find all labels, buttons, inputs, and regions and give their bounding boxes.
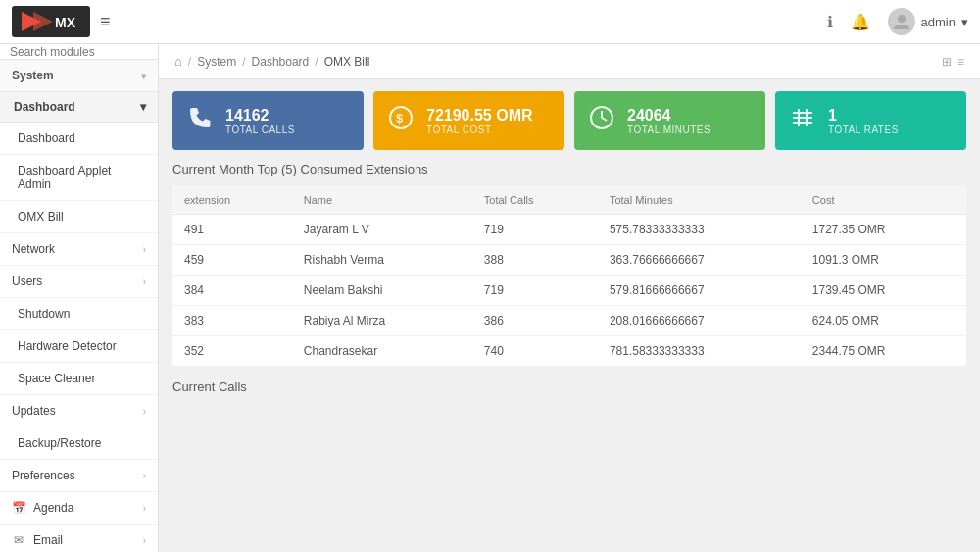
svg-text:MX: MX <box>55 15 76 30</box>
sidebar-preferences-label: Preferences <box>12 469 75 482</box>
chevron-right-icon: › <box>143 503 146 514</box>
cell-total-calls: 388 <box>472 245 598 276</box>
total-calls-number: 14162 <box>225 106 295 125</box>
svg-rect-10 <box>793 112 812 114</box>
breadcrumb-current: OMX Bill <box>324 55 370 69</box>
cell-extension: 384 <box>172 276 292 306</box>
sidebar-item-system[interactable]: System ▾ <box>0 60 158 92</box>
menu-toggle[interactable]: ≡ <box>100 12 111 32</box>
sidebar-item-email[interactable]: ✉ Email › <box>0 525 158 552</box>
sidebar-item-space-cleaner[interactable]: Space Cleaner <box>0 363 158 395</box>
cell-cost: 1091.3 OMR <box>801 245 966 276</box>
admin-label: admin <box>921 15 956 29</box>
phone-icon <box>186 104 214 137</box>
sidebar-item-dashboard-group[interactable]: Dashboard ▾ <box>0 92 158 123</box>
consumed-extensions-title: Current Month Top (5) Consumed Extension… <box>172 162 966 176</box>
cost-icon: $ <box>387 104 415 137</box>
search-bar: 🔍 <box>0 44 158 60</box>
chevron-right-icon: › <box>143 471 146 481</box>
sidebar-item-preferences[interactable]: Preferences › <box>0 460 158 492</box>
agenda-icon: 📅 <box>12 501 25 515</box>
notification-icon[interactable]: 🔔 <box>851 13 870 31</box>
sidebar-item-dashboard-applet-admin[interactable]: Dashboard Applet Admin <box>0 155 158 201</box>
sidebar-item-hardware-detector[interactable]: Hardware Detector <box>0 330 158 363</box>
total-rates-label: TOTAL RATES <box>828 125 899 135</box>
consumed-extensions-table: extension Name Total Calls Total Minutes… <box>172 186 966 366</box>
clock-icon <box>588 104 615 137</box>
dropdown-arrow: ▾ <box>961 15 968 29</box>
breadcrumb-actions: ⊞ ≡ <box>942 55 964 69</box>
sidebar-item-users[interactable]: Users › <box>0 266 158 298</box>
chevron-right-icon: › <box>143 244 146 255</box>
sidebar-item-dashboard[interactable]: Dashboard <box>0 123 158 155</box>
stat-card-total-cost-text: 72190.55 OMR TOTAL COST <box>426 106 533 135</box>
cell-total-minutes: 781.58333333333 <box>598 336 801 367</box>
email-icon: ✉ <box>12 533 25 547</box>
topbar-left: MX ≡ <box>12 6 111 37</box>
stat-cards: 14162 TOTAL CALLS $ 72190.55 OMR TOTAL C… <box>159 79 980 162</box>
avatar <box>888 8 915 35</box>
chevron-down-icon: ▾ <box>141 71 146 81</box>
stat-card-total-calls: 14162 TOTAL CALLS <box>172 91 364 150</box>
sidebar-item-shutdown[interactable]: Shutdown <box>0 298 158 330</box>
breadcrumb-left: ⌂ / System / Dashboard / OMX Bill <box>174 54 369 69</box>
cell-total-calls: 386 <box>472 306 598 336</box>
consumed-extensions-section: Current Month Top (5) Consumed Extension… <box>159 162 980 379</box>
topbar-right: ℹ 🔔 admin ▾ <box>827 8 968 35</box>
breadcrumb: ⌂ / System / Dashboard / OMX Bill ⊞ ≡ <box>159 44 980 79</box>
stat-card-total-rates-text: 1 TOTAL RATES <box>828 106 899 135</box>
list-icon[interactable]: ≡ <box>957 55 964 69</box>
cell-name: Rishabh Verma <box>292 245 472 276</box>
sidebar: 🔍 System ▾ Dashboard ▾ Dashboard Dashboa… <box>0 44 159 552</box>
stat-card-total-minutes-text: 24064 TOTAL MINUTES <box>627 106 710 135</box>
col-cost: Cost <box>801 186 966 215</box>
cell-name: Chandrasekar <box>292 336 472 367</box>
sidebar-email-label: Email <box>33 533 63 547</box>
separator: / <box>315 55 318 69</box>
breadcrumb-system[interactable]: System <box>197 55 236 69</box>
topbar: MX ≡ ℹ 🔔 admin ▾ <box>0 0 980 44</box>
sidebar-item-agenda[interactable]: 📅 Agenda › <box>0 492 158 525</box>
sidebar-item-omx-bill[interactable]: OMX Bill <box>0 201 158 233</box>
col-name: Name <box>292 186 472 215</box>
svg-rect-12 <box>793 122 812 124</box>
table-row: 384 Neelam Bakshi 719 579.81666666667 17… <box>172 276 966 306</box>
cell-total-minutes: 579.81666666667 <box>598 276 801 306</box>
col-total-minutes: Total Minutes <box>598 186 801 215</box>
total-minutes-label: TOTAL MINUTES <box>627 125 710 135</box>
sidebar-item-updates[interactable]: Updates › <box>0 395 158 427</box>
info-icon[interactable]: ℹ <box>827 13 833 31</box>
separator: / <box>242 55 245 69</box>
cell-extension: 352 <box>172 336 292 367</box>
stat-card-total-cost: $ 72190.55 OMR TOTAL COST <box>373 91 564 150</box>
total-minutes-number: 24064 <box>627 106 710 125</box>
cell-cost: 2344.75 OMR <box>801 336 966 367</box>
search-input[interactable] <box>10 45 157 59</box>
svg-rect-11 <box>793 117 812 119</box>
table-row: 352 Chandrasekar 740 781.58333333333 234… <box>172 336 966 367</box>
breadcrumb-dashboard[interactable]: Dashboard <box>252 55 310 69</box>
sidebar-item-backup-restore[interactable]: Backup/Restore <box>0 427 158 460</box>
cell-name: Neelam Bakshi <box>292 276 472 306</box>
table-body: 491 Jayaram L V 719 575.78333333333 1727… <box>172 215 966 367</box>
grid-icon[interactable]: ⊞ <box>942 55 952 69</box>
svg-point-4 <box>898 15 906 23</box>
separator: / <box>188 55 191 69</box>
table-row: 491 Jayaram L V 719 575.78333333333 1727… <box>172 215 966 245</box>
table-row: 459 Rishabh Verma 388 363.76666666667 10… <box>172 245 966 276</box>
total-rates-number: 1 <box>828 106 899 125</box>
total-calls-label: TOTAL CALLS <box>225 125 295 135</box>
svg-rect-14 <box>806 109 808 126</box>
total-cost-label: TOTAL COST <box>426 125 533 135</box>
sidebar-system-label: System <box>12 69 54 82</box>
sidebar-agenda-label: Agenda <box>33 501 74 515</box>
chevron-right-icon: › <box>143 276 146 287</box>
cell-total-minutes: 575.78333333333 <box>598 215 801 245</box>
main-layout: 🔍 System ▾ Dashboard ▾ Dashboard Dashboa… <box>0 44 980 552</box>
rates-icon <box>789 104 816 137</box>
user-menu[interactable]: admin ▾ <box>888 8 968 35</box>
home-icon[interactable]: ⌂ <box>174 54 182 69</box>
sidebar-item-network[interactable]: Network › <box>0 233 158 266</box>
chevron-right-icon: › <box>143 535 146 546</box>
cell-total-minutes: 208.01666666667 <box>598 306 801 336</box>
